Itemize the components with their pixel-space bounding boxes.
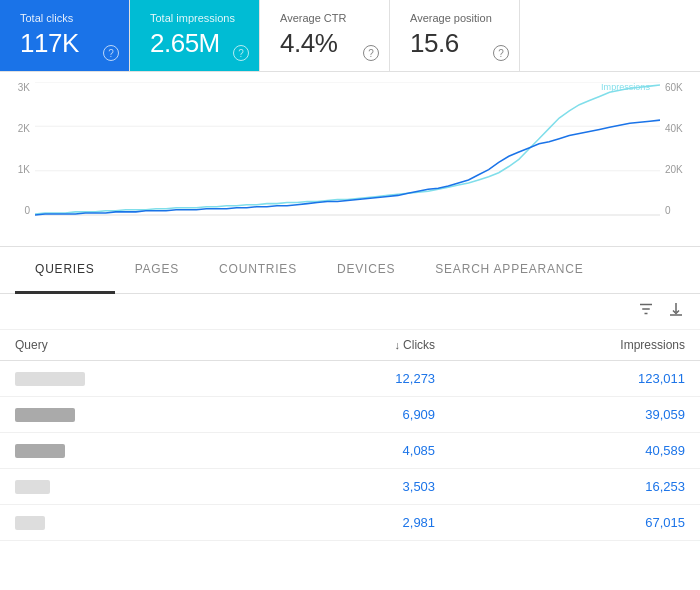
total-clicks-label: Total clicks xyxy=(20,12,109,24)
query-cell xyxy=(0,433,264,469)
clicks-cell: 3,503 xyxy=(264,469,450,505)
chart-svg: Impressions xyxy=(35,82,660,216)
avg-position-card: Average position 15.6 ? xyxy=(390,0,520,71)
clicks-cell: 2,981 xyxy=(264,505,450,541)
y-left-label-2k: 2K xyxy=(18,123,30,134)
total-impressions-card: Total impressions 2.65M ? xyxy=(130,0,260,71)
tab-search-appearance[interactable]: SEARCH APPEARANCE xyxy=(415,247,603,294)
avg-position-label: Average position xyxy=(410,12,499,24)
table-row: 3,503 16,253 xyxy=(0,469,700,505)
y-right-label-20k: 20K xyxy=(665,164,683,175)
query-bar xyxy=(15,408,75,422)
impressions-cell: 40,589 xyxy=(450,433,700,469)
impressions-cell: 67,015 xyxy=(450,505,700,541)
avg-ctr-label: Average CTR xyxy=(280,12,369,24)
impressions-cell: 16,253 xyxy=(450,469,700,505)
metrics-bar: Total clicks 117K ? Total impressions 2.… xyxy=(0,0,700,72)
tab-countries[interactable]: COUNTRIES xyxy=(199,247,317,294)
avg-ctr-info-icon[interactable]: ? xyxy=(363,45,379,61)
table-row: 12,273 123,011 xyxy=(0,361,700,397)
download-icon[interactable] xyxy=(667,300,685,323)
data-table: Query ↓ Clicks Impressions 12,273 123,01… xyxy=(0,330,700,541)
chart-area: 3K 2K 1K 0 60K 40K 20K 0 Impressions xyxy=(0,72,700,247)
table-row: 2,981 67,015 xyxy=(0,505,700,541)
tabs-bar: QUERIES PAGES COUNTRIES DEVICES SEARCH A… xyxy=(0,247,700,294)
col-clicks[interactable]: ↓ Clicks xyxy=(264,330,450,361)
y-right-label-0: 0 xyxy=(665,205,671,216)
query-bar xyxy=(15,444,65,458)
clicks-cell: 12,273 xyxy=(264,361,450,397)
clicks-cell: 4,085 xyxy=(264,433,450,469)
y-left-label-0: 0 xyxy=(24,205,30,216)
table-toolbar xyxy=(0,294,700,330)
query-bar xyxy=(15,516,45,530)
impressions-cell: 123,011 xyxy=(450,361,700,397)
tab-devices[interactable]: DEVICES xyxy=(317,247,415,294)
total-impressions-label: Total impressions xyxy=(150,12,239,24)
filter-icon[interactable] xyxy=(637,300,655,323)
tab-pages[interactable]: PAGES xyxy=(115,247,199,294)
table-row: 6,909 39,059 xyxy=(0,397,700,433)
impressions-cell: 39,059 xyxy=(450,397,700,433)
avg-position-value: 15.6 xyxy=(410,28,499,59)
col-query: Query xyxy=(0,330,264,361)
chart-canvas: Impressions xyxy=(35,82,660,216)
query-bar xyxy=(15,480,50,494)
avg-ctr-value: 4.4% xyxy=(280,28,369,59)
svg-text:Impressions: Impressions xyxy=(601,82,650,92)
tab-queries[interactable]: QUERIES xyxy=(15,247,115,294)
query-cell xyxy=(0,505,264,541)
total-clicks-value: 117K xyxy=(20,28,109,59)
avg-ctr-card: Average CTR 4.4% ? xyxy=(260,0,390,71)
col-impressions[interactable]: Impressions xyxy=(450,330,700,361)
chart-y-left-axis: 3K 2K 1K 0 xyxy=(0,82,35,216)
table-row: 4,085 40,589 xyxy=(0,433,700,469)
clicks-cell: 6,909 xyxy=(264,397,450,433)
query-bar xyxy=(15,372,85,386)
avg-position-info-icon[interactable]: ? xyxy=(493,45,509,61)
table-header-row: Query ↓ Clicks Impressions xyxy=(0,330,700,361)
sort-arrow-icon: ↓ xyxy=(395,339,404,351)
y-right-label-60k: 60K xyxy=(665,82,683,93)
chart-y-right-axis: 60K 40K 20K 0 xyxy=(660,82,700,216)
total-clicks-card: Total clicks 117K ? xyxy=(0,0,130,71)
total-clicks-info-icon[interactable]: ? xyxy=(103,45,119,61)
y-left-label-3k: 3K xyxy=(18,82,30,93)
y-left-label-1k: 1K xyxy=(18,164,30,175)
total-impressions-info-icon[interactable]: ? xyxy=(233,45,249,61)
total-impressions-value: 2.65M xyxy=(150,28,239,59)
query-cell xyxy=(0,361,264,397)
y-right-label-40k: 40K xyxy=(665,123,683,134)
query-cell xyxy=(0,397,264,433)
query-cell xyxy=(0,469,264,505)
